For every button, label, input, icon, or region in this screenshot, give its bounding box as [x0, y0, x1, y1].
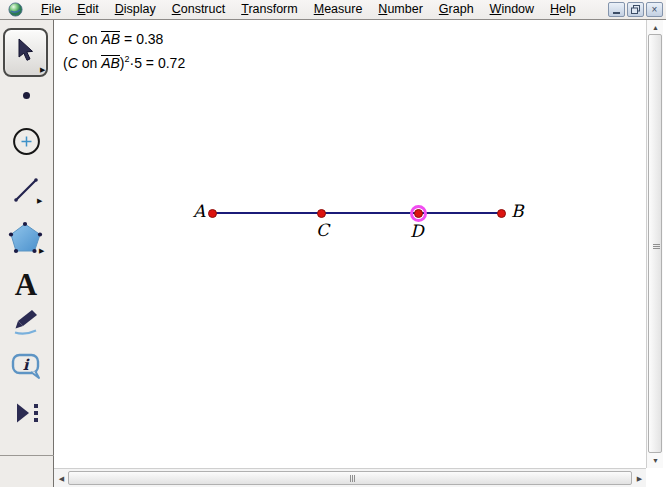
menu-measure[interactable]: Measure	[306, 0, 371, 19]
menu-edit[interactable]: Edit	[69, 0, 107, 19]
menu-list: FileEditDisplayConstructTransformMeasure…	[33, 0, 584, 19]
menu-construct[interactable]: Construct	[164, 0, 234, 19]
sketch-canvas[interactable]: C on AB = 0.38 (C on AB)2·5 = 0.72 ACDB	[54, 20, 646, 468]
restore-button[interactable]	[627, 2, 644, 17]
custom-tool[interactable]	[0, 400, 52, 426]
straightedge-flyout-icon: ▶	[37, 197, 42, 205]
menu-transform[interactable]: Transform	[233, 0, 306, 19]
compass-tool[interactable]	[0, 127, 52, 156]
selection-arrow-icon	[16, 38, 36, 62]
point-B[interactable]	[497, 209, 506, 218]
horizontal-scroll-thumb[interactable]	[68, 471, 632, 485]
svg-text:i: i	[22, 356, 29, 374]
scrollbar-corner	[646, 468, 663, 487]
point-label-C[interactable]: C	[316, 220, 329, 240]
measurement-expression[interactable]: (C on AB)2·5 = 0.72	[63, 54, 185, 71]
menu-help[interactable]: Help	[542, 0, 584, 19]
scroll-left-icon[interactable]: ◀	[55, 472, 68, 485]
marker-icon	[12, 308, 40, 336]
minimize-button[interactable]	[608, 2, 625, 17]
straightedge-tool[interactable]	[0, 175, 52, 205]
point-label-B[interactable]: B	[511, 201, 524, 221]
vertical-scroll-thumb[interactable]	[648, 34, 662, 453]
point-label-A[interactable]: A	[193, 201, 205, 221]
thumb-grip	[653, 244, 660, 245]
gsp-app-icon	[8, 2, 23, 17]
polygon-flyout-icon: ▶	[39, 247, 44, 255]
scroll-right-icon[interactable]: ▶	[633, 472, 646, 485]
menu-graph[interactable]: Graph	[431, 0, 482, 19]
text-tool[interactable]: A	[0, 269, 52, 300]
marker-tool[interactable]	[0, 308, 52, 336]
measurement-c-on-ab[interactable]: C on AB = 0.38	[68, 31, 163, 47]
menu-number[interactable]: Number	[370, 0, 430, 19]
text-tool-icon: A	[15, 269, 37, 300]
menu-window[interactable]: Window	[482, 0, 542, 19]
point-tool[interactable]	[0, 92, 52, 99]
point-tool-icon	[23, 92, 30, 99]
segment-AB[interactable]	[212, 212, 501, 214]
menu-display[interactable]: Display	[107, 0, 164, 19]
compass-icon	[12, 127, 41, 156]
point-label-D[interactable]: D	[410, 221, 424, 241]
toolbar-divider	[0, 455, 54, 456]
menu-file[interactable]: File	[33, 0, 69, 19]
flyout-arrow-icon: ▶	[40, 66, 45, 74]
window-controls: ×	[608, 2, 666, 17]
thumb-grip	[350, 475, 351, 482]
menu-bar: FileEditDisplayConstructTransformMeasure…	[0, 0, 666, 20]
scroll-down-icon[interactable]: ▼	[648, 454, 663, 467]
custom-tool-icon	[11, 400, 41, 426]
selection-arrow-tool[interactable]: ▶	[3, 28, 48, 77]
point-C[interactable]	[317, 209, 326, 218]
restore-icon	[631, 5, 640, 14]
point-A[interactable]	[208, 209, 217, 218]
close-icon: ×	[652, 5, 658, 15]
information-tool[interactable]: i	[0, 353, 52, 381]
point-D[interactable]	[414, 209, 423, 218]
vertical-scrollbar[interactable]: ▲ ▼	[646, 20, 663, 468]
minimize-icon	[613, 12, 620, 14]
scroll-up-icon[interactable]: ▲	[648, 21, 663, 34]
gsp-window: FileEditDisplayConstructTransformMeasure…	[0, 0, 666, 487]
tool-palette: ▶ ▶	[0, 20, 54, 487]
close-button[interactable]: ×	[646, 2, 663, 17]
horizontal-scrollbar[interactable]: ◀ ▶	[54, 468, 646, 487]
information-icon: i	[11, 353, 42, 381]
